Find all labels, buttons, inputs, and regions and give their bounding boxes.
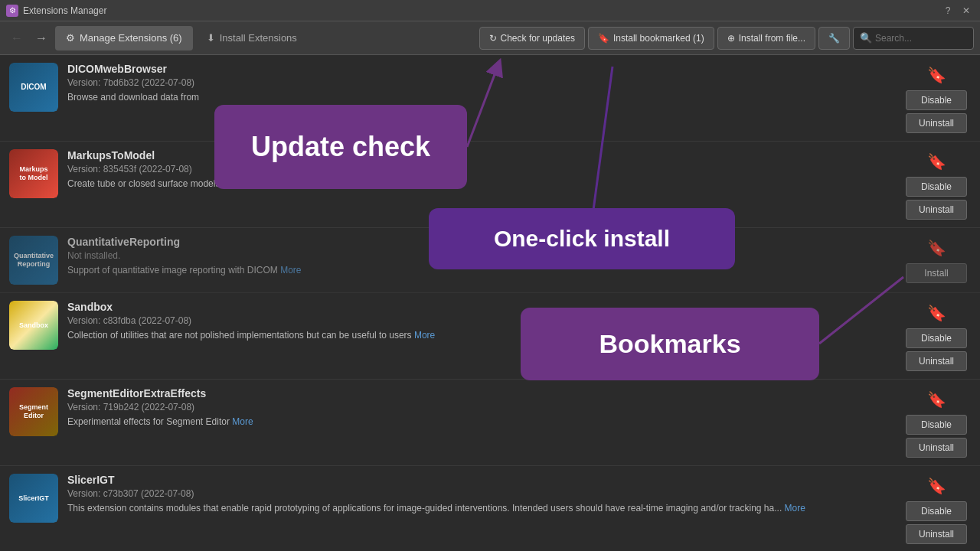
more-link-sandbox[interactable]: More [412,330,436,341]
uninstall-btn-markupstomodel[interactable]: Uninstall [906,200,967,220]
extension-desc-segmenteditorextraeffects: Experimental effects for Segment Editor … [67,416,893,429]
more-link-markupstomodel[interactable]: More [376,178,400,189]
bookmark-icon-segmenteditorextraeffects: 🔖 [927,390,946,409]
extension-name-slicerigt: SlicerIGT [67,474,893,486]
extension-info-quantitativereporting: QuantitativeReportingNot installed.Suppo… [67,236,893,285]
extension-name-segmenteditorextraeffects: SegmentEditorExtraEffects [67,387,893,399]
extension-desc-dicomwebbrowser: Browse and download data from [67,91,893,104]
window-title: Extensions Manager [23,5,940,16]
install-extensions-label: Install Extensions [220,32,297,44]
search-input[interactable] [875,33,967,44]
extension-row-quantitativereporting: Quantitative ReportingQuantitativeReport… [0,228,980,293]
back-button[interactable]: ← [6,28,28,49]
bookmark-btn-sandbox[interactable]: 🔖 [924,301,949,325]
disable-btn-sandbox[interactable]: Disable [906,328,967,348]
disable-btn-markupstomodel[interactable]: Disable [906,177,967,197]
disable-btn-segmenteditorextraeffects[interactable]: Disable [906,415,967,435]
extension-info-slicerigt: SlicerIGTVersion: c73b307 (2022-07-08)Th… [67,474,893,544]
extension-name-quantitativereporting: QuantitativeReporting [67,236,893,248]
settings-button[interactable]: 🔧 [818,27,850,50]
bookmark-icon-markupstomodel: 🔖 [927,152,946,171]
bookmark-icon-slicerigt: 🔖 [927,477,946,495]
install-bookmarked-button[interactable]: 🔖 Install bookmarked (1) [588,27,714,50]
uninstall-btn-sandbox[interactable]: Uninstall [906,351,967,371]
extension-row-markupstomodel: Markups to ModelMarkupsToModelVersion: 8… [0,142,980,228]
extension-actions-quantitativereporting: 🔖Install [902,236,971,285]
extension-desc-quantitativereporting: Support of quantitative image reporting … [67,264,893,277]
bookmark-btn-segmenteditorextraeffects[interactable]: 🔖 [924,387,949,412]
bookmark-btn-slicerigt[interactable]: 🔖 [924,474,949,498]
extension-version-sandbox: Version: c83fdba (2022-07-08) [67,315,893,326]
more-link-segmenteditorextraeffects[interactable]: More [230,416,253,427]
uninstall-btn-dicomwebbrowser[interactable]: Uninstall [906,113,967,133]
bookmark-install-icon: 🔖 [598,33,609,44]
extension-row-slicerigt: SlicerIGTSlicerIGTVersion: c73b307 (2022… [0,466,980,551]
extension-info-segmenteditorextraeffects: SegmentEditorExtraEffectsVersion: 719b24… [67,387,893,458]
check-updates-button[interactable]: ↻ Check for updates [479,27,585,50]
extension-version-markupstomodel: Version: 835453f (2022-07-08) [67,164,893,174]
install-extensions-icon: ⬇ [207,32,215,44]
extension-desc-markupstomodel: Create tube or closed surface models fro… [67,178,893,191]
extension-info-markupstomodel: MarkupsToModelVersion: 835453f (2022-07-… [67,149,893,220]
extensions-list: DICOMDICOMwebBrowserVersion: 7bd6b32 (20… [0,55,980,551]
refresh-icon: ↻ [489,33,497,44]
wrench-icon: 🔧 [828,33,840,44]
extension-row-sandbox: SandboxSandboxVersion: c83fdba (2022-07-… [0,293,980,380]
extension-name-markupstomodel: MarkupsToModel [67,149,893,161]
extension-actions-segmenteditorextraeffects: 🔖DisableUninstall [902,387,971,458]
extension-icon-sandbox: Sandbox [9,301,58,350]
search-box: 🔍 [853,27,974,50]
forward-button[interactable]: → [31,28,52,49]
app-icon: ⚙ [6,5,18,17]
search-icon: 🔍 [860,32,872,44]
bookmark-icon-dicomwebbrowser: 🔖 [927,66,946,84]
manage-extensions-label: Manage Extensions (6) [80,32,182,44]
bookmark-btn-quantitativereporting[interactable]: 🔖 [924,236,949,260]
bookmark-btn-markupstomodel[interactable]: 🔖 [924,149,949,174]
close-button[interactable]: ✕ [959,3,974,18]
extension-icon-dicomwebbrowser: DICOM [9,63,58,112]
help-button[interactable]: ? [940,3,956,18]
extension-desc-slicerigt: This extension contains modules that ena… [67,502,893,515]
extension-name-dicomwebbrowser: DICOMwebBrowser [67,63,893,75]
install-file-button[interactable]: ⊕ Install from file... [717,27,815,50]
extension-actions-markupstomodel: 🔖DisableUninstall [902,149,971,220]
file-install-icon: ⊕ [727,33,735,44]
extension-version-quantitativereporting: Not installed. [67,250,893,261]
manage-extensions-icon: ⚙ [66,32,75,44]
check-updates-label: Check for updates [501,33,575,44]
bookmark-icon-sandbox: 🔖 [927,304,946,322]
bookmark-icon-quantitativereporting: 🔖 [927,239,946,257]
more-link-slicerigt[interactable]: More [782,503,805,514]
extension-version-slicerigt: Version: c73b307 (2022-07-08) [67,488,893,499]
extension-row-dicomwebbrowser: DICOMDICOMwebBrowserVersion: 7bd6b32 (20… [0,55,980,142]
disable-btn-dicomwebbrowser[interactable]: Disable [906,90,967,110]
extension-info-dicomwebbrowser: DICOMwebBrowserVersion: 7bd6b32 (2022-07… [67,63,893,133]
tab-install-extensions[interactable]: ⬇ Install Extensions [196,26,308,51]
more-link-quantitativereporting[interactable]: More [278,265,302,276]
title-bar: ⚙ Extensions Manager ? ✕ [0,0,980,21]
extension-icon-markupstomodel: Markups to Model [9,149,58,198]
uninstall-btn-slicerigt[interactable]: Uninstall [906,524,967,544]
install-bookmarked-label: Install bookmarked (1) [613,33,704,44]
toolbar: ← → ⚙ Manage Extensions (6) ⬇ Install Ex… [0,21,980,55]
install-btn-quantitativereporting[interactable]: Install [906,263,967,283]
title-bar-controls: ? ✕ [940,3,974,18]
install-file-label: Install from file... [739,33,805,44]
extension-actions-sandbox: 🔖DisableUninstall [902,301,971,371]
bookmark-btn-dicomwebbrowser[interactable]: 🔖 [924,63,949,87]
extension-icon-quantitativereporting: Quantitative Reporting [9,236,58,285]
extension-actions-slicerigt: 🔖DisableUninstall [902,474,971,544]
extension-version-dicomwebbrowser: Version: 7bd6b32 (2022-07-08) [67,77,893,88]
extension-icon-slicerigt: SlicerIGT [9,474,58,523]
tab-manage-extensions[interactable]: ⚙ Manage Extensions (6) [55,26,193,51]
extension-info-sandbox: SandboxVersion: c83fdba (2022-07-08)Coll… [67,301,893,371]
extension-actions-dicomwebbrowser: 🔖DisableUninstall [902,63,971,133]
extension-version-segmenteditorextraeffects: Version: 719b242 (2022-07-08) [67,402,893,412]
disable-btn-slicerigt[interactable]: Disable [906,501,967,521]
extension-icon-segmenteditorextraeffects: Segment Editor [9,387,58,436]
extension-desc-sandbox: Collection of utilities that are not pol… [67,329,893,342]
extension-row-segmenteditorextraeffects: Segment EditorSegmentEditorExtraEffectsV… [0,380,980,466]
uninstall-btn-segmenteditorextraeffects[interactable]: Uninstall [906,438,967,458]
extension-name-sandbox: Sandbox [67,301,893,313]
